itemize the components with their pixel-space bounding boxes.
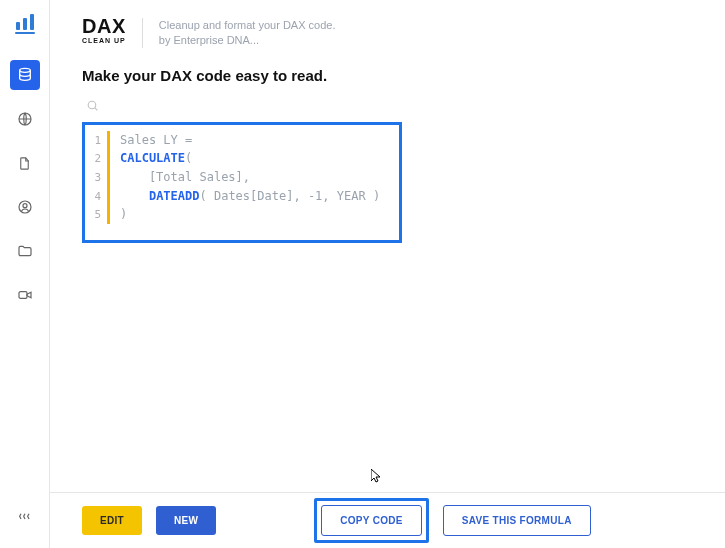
brand: DAX CLEAN UP: [82, 16, 126, 44]
gutter-bar: [107, 187, 110, 206]
code-content: [Total Sales],: [120, 168, 250, 187]
tagline: Cleanup and format your DAX code. by Ent…: [159, 18, 336, 49]
code-line: 2CALCULATE(: [91, 149, 391, 168]
gutter-bar: [107, 168, 110, 187]
new-button[interactable]: NEW: [156, 506, 216, 535]
svg-rect-2: [30, 14, 34, 30]
footer: EDIT NEW COPY CODE SAVE THIS FORMULA: [50, 492, 725, 548]
svg-rect-3: [15, 32, 35, 34]
copy-code-highlight: COPY CODE: [314, 498, 429, 543]
line-number: 3: [91, 169, 107, 186]
sidebar: [0, 0, 50, 548]
svg-point-6: [19, 201, 31, 213]
search-icon: [86, 98, 99, 115]
brand-sub: CLEAN UP: [82, 37, 126, 44]
sidebar-item-database[interactable]: [10, 60, 40, 90]
header-divider: [142, 18, 143, 48]
save-formula-button[interactable]: SAVE THIS FORMULA: [443, 505, 591, 536]
line-number: 5: [91, 206, 107, 223]
page-title: Make your DAX code easy to read.: [82, 67, 693, 84]
code-content: ): [120, 205, 127, 224]
code-line: 3 [Total Sales],: [91, 168, 391, 187]
svg-point-7: [23, 204, 27, 208]
svg-point-4: [19, 68, 30, 72]
copy-code-button[interactable]: COPY CODE: [321, 505, 422, 536]
code-content: CALCULATE(: [120, 149, 192, 168]
search-row[interactable]: [82, 98, 693, 116]
tagline-line1: Cleanup and format your DAX code.: [159, 18, 336, 33]
svg-rect-0: [16, 22, 20, 30]
svg-point-9: [88, 101, 96, 109]
gutter-bar: [107, 205, 110, 224]
line-number: 4: [91, 188, 107, 205]
sidebar-item-video[interactable]: [10, 280, 40, 310]
gutter-bar: [107, 149, 110, 168]
line-number: 1: [91, 132, 107, 149]
tagline-line2: by Enterprise DNA...: [159, 33, 336, 48]
code-editor[interactable]: 1Sales LY =2CALCULATE(3 [Total Sales],4 …: [82, 122, 402, 243]
app-logo: [13, 12, 37, 36]
brand-main: DAX: [82, 16, 126, 36]
code-line: 5): [91, 205, 391, 224]
main-panel: DAX CLEAN UP Cleanup and format your DAX…: [50, 0, 725, 548]
code-content: DATEADD( Dates[Date], -1, YEAR ): [120, 187, 380, 206]
code-line: 1Sales LY =: [91, 131, 391, 150]
sidebar-item-user[interactable]: [10, 192, 40, 222]
svg-rect-1: [23, 18, 27, 30]
line-number: 2: [91, 150, 107, 167]
code-content: Sales LY =: [120, 131, 192, 150]
sidebar-item-globe[interactable]: [10, 104, 40, 134]
gutter-bar: [107, 131, 110, 150]
svg-rect-8: [19, 292, 27, 299]
sidebar-item-settings[interactable]: [10, 504, 40, 534]
edit-button[interactable]: EDIT: [82, 506, 142, 535]
header: DAX CLEAN UP Cleanup and format your DAX…: [82, 16, 693, 49]
sidebar-item-folder[interactable]: [10, 236, 40, 266]
code-line: 4 DATEADD( Dates[Date], -1, YEAR ): [91, 187, 391, 206]
sidebar-item-document[interactable]: [10, 148, 40, 178]
